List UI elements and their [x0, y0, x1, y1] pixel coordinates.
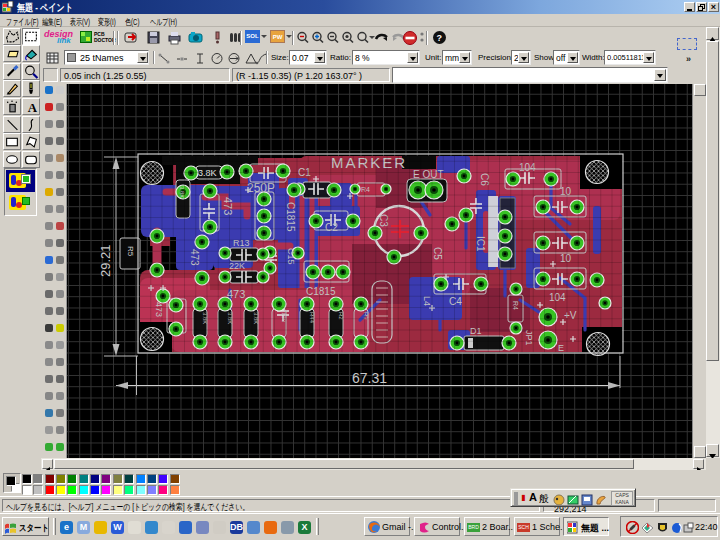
svg-text:D1: D1 — [470, 326, 482, 336]
svg-text:3.8K: 3.8K — [253, 312, 259, 324]
svg-text:?: ? — [437, 33, 443, 43]
svg-text:67.31: 67.31 — [352, 370, 387, 386]
svg-text:29.21: 29.21 — [98, 244, 113, 277]
svg-text:JP1: JP1 — [524, 330, 534, 346]
svg-text:250P: 250P — [247, 181, 275, 195]
svg-text:+V: +V — [564, 310, 577, 321]
svg-text:104: 104 — [549, 292, 566, 303]
svg-text:R5: R5 — [126, 246, 135, 257]
svg-text:C2: C2 — [325, 222, 338, 233]
svg-text:R44: R44 — [309, 312, 315, 324]
svg-text:R4: R4 — [512, 301, 519, 310]
svg-text:E OUT: E OUT — [413, 169, 444, 180]
svg-text:A: A — [28, 101, 38, 114]
svg-text:C5: C5 — [432, 247, 443, 260]
svg-text:C1815: C1815 — [306, 286, 336, 297]
svg-text:C4: C4 — [449, 296, 462, 307]
svg-text:R4: R4 — [361, 186, 370, 193]
svg-text:L4: L4 — [422, 296, 432, 306]
svg-text:E: E — [558, 343, 564, 353]
